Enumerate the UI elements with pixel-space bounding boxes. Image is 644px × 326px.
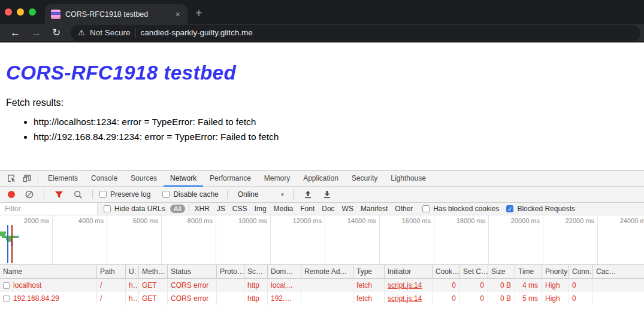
row-checkbox[interactable] xyxy=(3,282,10,289)
request-scheme: http xyxy=(244,279,268,292)
filter-ws[interactable]: WS xyxy=(342,205,353,213)
column-header-status[interactable]: Status xyxy=(168,265,217,278)
hide-data-urls-checkbox[interactable] xyxy=(104,205,111,212)
has-blocked-cookies-checkbox[interactable] xyxy=(422,205,430,212)
column-header-set-cookies[interactable]: Set C… xyxy=(460,265,488,278)
request-scheme: http xyxy=(244,292,268,305)
address-bar[interactable]: ⚠ Not Secure candied-sparkly-guilty.glit… xyxy=(71,25,640,41)
divider xyxy=(293,190,294,199)
request-connection: 0 xyxy=(569,292,593,305)
request-size: 0 B xyxy=(488,292,515,305)
column-header-time[interactable]: Time xyxy=(515,265,542,278)
divider xyxy=(189,204,189,214)
reload-icon[interactable]: ↻ xyxy=(48,28,65,38)
zoom-window-button[interactable] xyxy=(29,8,36,16)
request-set-cookies: 0 xyxy=(460,292,488,305)
column-header-url[interactable]: U. xyxy=(126,265,139,278)
column-header-type[interactable]: Type xyxy=(353,265,385,278)
filter-img[interactable]: Img xyxy=(255,205,267,213)
column-header-priority[interactable]: Priority xyxy=(542,265,569,278)
filter-manifest[interactable]: Manifest xyxy=(361,205,388,213)
new-tab-button[interactable]: + xyxy=(195,7,202,20)
tab-performance[interactable]: Performance xyxy=(203,170,258,187)
column-header-scheme[interactable]: Sc… xyxy=(244,265,268,278)
tab-sources[interactable]: Sources xyxy=(124,170,164,187)
fetch-results-list: http://localhost:1234: error = TypeError… xyxy=(6,117,638,142)
close-tab-icon[interactable]: × xyxy=(174,10,182,19)
browser-tab-strip: CORS-RFC1918 testbed × + xyxy=(0,0,644,24)
column-header-protocol[interactable]: Proto… xyxy=(217,265,244,278)
record-icon[interactable] xyxy=(8,191,15,198)
close-window-button[interactable] xyxy=(5,8,12,16)
inspect-element-icon[interactable] xyxy=(4,171,19,185)
tab-memory[interactable]: Memory xyxy=(258,170,297,187)
filter-js[interactable]: JS xyxy=(217,205,225,213)
tab-security[interactable]: Security xyxy=(345,170,384,187)
column-header-connection[interactable]: Conn… xyxy=(569,265,593,278)
preserve-log-checkbox[interactable] xyxy=(99,191,107,198)
request-remote-address xyxy=(301,279,353,292)
request-domain: 192.… xyxy=(268,292,301,305)
column-header-name[interactable]: Name xyxy=(0,265,97,278)
search-icon[interactable] xyxy=(70,187,86,202)
filter-doc[interactable]: Doc xyxy=(322,205,334,213)
browser-tab[interactable]: CORS-RFC1918 testbed × xyxy=(45,4,188,24)
table-row[interactable]: 192.168.84.29 / h… GET CORS error http 1… xyxy=(0,292,644,305)
timeline-tick: 8000 ms xyxy=(162,215,216,264)
column-header-path[interactable]: Path xyxy=(97,265,126,278)
minimize-window-button[interactable] xyxy=(17,8,24,16)
disable-cache-label[interactable]: Disable cache xyxy=(173,190,218,199)
import-har-icon[interactable] xyxy=(300,187,316,202)
initiator-link[interactable]: script.js:14 xyxy=(388,293,422,305)
warning-icon: ⚠ xyxy=(78,28,85,37)
devtools-tab-bar: Elements Console Sources Network Perform… xyxy=(0,170,644,187)
column-header-method[interactable]: Meth… xyxy=(139,265,168,278)
column-header-cache[interactable]: Cac… xyxy=(593,265,644,278)
divider xyxy=(92,190,93,199)
hide-data-urls-label[interactable]: Hide data URLs xyxy=(114,205,165,213)
tab-elements[interactable]: Elements xyxy=(41,170,84,187)
forward-icon[interactable]: → xyxy=(27,28,46,38)
page-content: CORS-RFC1918 testbed Fetch results: http… xyxy=(0,42,644,169)
clear-icon[interactable] xyxy=(22,187,37,202)
dom-content-loaded-line xyxy=(7,225,8,263)
filter-xhr[interactable]: XHR xyxy=(195,205,210,213)
filter-css[interactable]: CSS xyxy=(232,205,247,213)
filter-font[interactable]: Font xyxy=(300,205,315,213)
tab-network[interactable]: Network xyxy=(164,170,203,187)
request-domain: local… xyxy=(268,279,301,292)
tab-application[interactable]: Application xyxy=(297,170,345,187)
column-header-initiator[interactable]: Initiator xyxy=(385,265,433,278)
filter-media[interactable]: Media xyxy=(274,205,294,213)
row-checkbox[interactable] xyxy=(3,295,10,302)
column-header-domain[interactable]: Dom… xyxy=(268,265,301,278)
preserve-log-label[interactable]: Preserve log xyxy=(110,190,150,199)
column-header-cookies[interactable]: Cook… xyxy=(433,265,460,278)
column-header-remote-address[interactable]: Remote Ad… xyxy=(301,265,353,278)
request-type: fetch xyxy=(353,279,385,292)
request-priority: High xyxy=(542,279,569,292)
network-overview-timeline[interactable]: 2000 ms 4000 ms 6000 ms 8000 ms 10000 ms… xyxy=(0,215,644,265)
security-label[interactable]: Not Secure xyxy=(90,28,131,37)
tab-console[interactable]: Console xyxy=(84,170,124,187)
tab-lighthouse[interactable]: Lighthouse xyxy=(384,170,433,187)
table-row[interactable]: localhost / h… GET CORS error http local… xyxy=(0,279,644,292)
device-toolbar-icon[interactable] xyxy=(19,171,35,185)
column-header-size[interactable]: Size xyxy=(488,265,515,278)
request-cache xyxy=(593,292,644,305)
disable-cache-checkbox[interactable] xyxy=(162,191,170,198)
blocked-requests-checkbox[interactable]: ✓ xyxy=(506,205,513,212)
timeline-tick: 16000 ms xyxy=(380,215,434,264)
back-icon[interactable]: ← xyxy=(6,28,25,38)
request-status: CORS error xyxy=(168,292,217,305)
chevron-down-icon[interactable]: ▼ xyxy=(280,192,285,197)
throttling-select[interactable]: Online xyxy=(238,190,259,199)
blocked-requests-label[interactable]: Blocked Requests xyxy=(517,205,575,213)
has-blocked-cookies-label[interactable]: Has blocked cookies xyxy=(433,205,499,213)
filter-other[interactable]: Other xyxy=(395,205,413,213)
initiator-link[interactable]: script.js:14 xyxy=(388,279,422,292)
export-har-icon[interactable] xyxy=(319,187,335,202)
filter-funnel-icon[interactable] xyxy=(51,187,66,202)
filter-input[interactable] xyxy=(0,203,98,215)
filter-all-pill[interactable]: All xyxy=(170,205,185,213)
